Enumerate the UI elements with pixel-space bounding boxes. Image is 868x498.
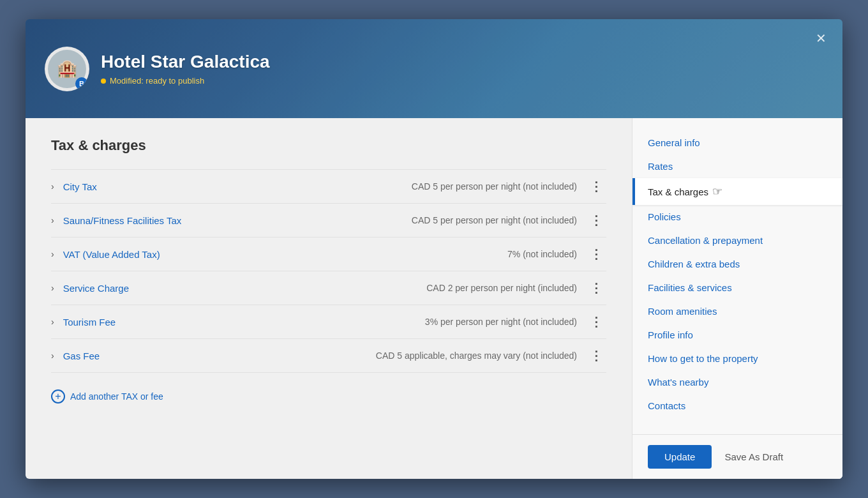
- chevron-icon[interactable]: ›: [51, 317, 54, 327]
- tax-item: › Sauna/Fitness Facilities Tax CAD 5 per…: [51, 204, 606, 238]
- chevron-icon[interactable]: ›: [51, 215, 54, 225]
- nav-item-contacts[interactable]: Contacts: [632, 394, 842, 418]
- main-content: Tax & charges › City Tax CAD 5 per perso…: [26, 118, 632, 479]
- nav-item-general-info[interactable]: General info: [632, 131, 842, 155]
- nav-item-tax-charges[interactable]: Tax & charges☞: [632, 178, 842, 205]
- tax-value: 7% (not included): [507, 249, 577, 259]
- more-options-button[interactable]: ⋮: [586, 280, 606, 296]
- nav-item-rates[interactable]: Rates: [632, 155, 842, 178]
- nav-label: Facilities & services: [648, 282, 732, 293]
- nav-item-children-extra-beds[interactable]: Children & extra beds: [632, 252, 842, 276]
- nav-label: Rates: [648, 161, 673, 172]
- tax-value: CAD 5 applicable, charges may vary (not …: [376, 351, 577, 361]
- page-title: Tax & charges: [51, 137, 606, 154]
- nav-label: What's nearby: [648, 377, 708, 388]
- tax-value: CAD 5 per person per night (not included…: [412, 181, 577, 192]
- header: 🏨 B Hotel Star Galactica Modified: ready…: [26, 19, 842, 118]
- tax-name[interactable]: City Tax: [63, 181, 412, 192]
- tax-item: › Gas Fee CAD 5 applicable, charges may …: [51, 339, 606, 373]
- more-options-button[interactable]: ⋮: [586, 348, 606, 363]
- hotel-badge: B: [75, 77, 88, 90]
- more-options-button[interactable]: ⋮: [586, 246, 606, 262]
- nav-item-facilities-services[interactable]: Facilities & services: [632, 276, 842, 299]
- status-dot: [101, 79, 106, 84]
- modal-body: 🏨 B Hotel Star Galactica Modified: ready…: [26, 19, 842, 479]
- modal-overlay: 🏨 B Hotel Star Galactica Modified: ready…: [26, 19, 842, 479]
- tax-item: › Tourism Fee 3% per person per night (n…: [51, 305, 606, 339]
- tax-name[interactable]: Sauna/Fitness Facilities Tax: [63, 215, 412, 226]
- more-options-button[interactable]: ⋮: [586, 314, 606, 329]
- nav-item-room-amenities[interactable]: Room amenities: [632, 299, 842, 323]
- add-icon: +: [51, 389, 65, 404]
- more-options-button[interactable]: ⋮: [586, 213, 606, 228]
- hotel-name: Hotel Star Galactica: [101, 52, 270, 72]
- footer-area: Update Save As Draft: [632, 434, 842, 479]
- add-tax-button[interactable]: + Add another TAX or fee: [51, 386, 163, 407]
- nav-label: Policies: [648, 211, 681, 222]
- save-draft-button[interactable]: Save As Draft: [719, 445, 788, 469]
- tax-item: › VAT (Value Added Tax) 7% (not included…: [51, 238, 606, 271]
- nav-label: Profile info: [648, 329, 693, 340]
- chevron-icon[interactable]: ›: [51, 283, 54, 293]
- nav-item-how-to-get-to-the-property[interactable]: How to get to the property: [632, 347, 842, 370]
- nav-item-what-s-nearby[interactable]: What's nearby: [632, 370, 842, 394]
- tax-value: CAD 2 per person per night (included): [426, 283, 577, 293]
- status-text: Modified: ready to publish: [110, 76, 204, 86]
- close-button[interactable]: ✕: [812, 29, 830, 47]
- nav-label: How to get to the property: [648, 353, 758, 364]
- nav-label: Room amenities: [648, 306, 717, 317]
- chevron-icon[interactable]: ›: [51, 181, 54, 192]
- nav-item-profile-info[interactable]: Profile info: [632, 323, 842, 347]
- nav-label: Cancellation & prepayment: [648, 235, 763, 246]
- nav-label: Contacts: [648, 400, 685, 411]
- chevron-icon[interactable]: ›: [51, 249, 54, 259]
- tax-value: CAD 5 per person per night (not included…: [412, 215, 577, 225]
- cursor-icon: ☞: [712, 185, 722, 199]
- nav-label: Tax & charges: [648, 186, 708, 197]
- more-options-button[interactable]: ⋮: [586, 179, 606, 194]
- nav-label: Children & extra beds: [648, 259, 740, 269]
- tax-item: › Service Charge CAD 2 per person per ni…: [51, 271, 606, 305]
- tax-list: › City Tax CAD 5 per person per night (n…: [51, 169, 606, 373]
- tax-name[interactable]: VAT (Value Added Tax): [63, 249, 507, 260]
- sidebar: General infoRatesTax & charges☞PoliciesC…: [632, 118, 842, 479]
- tax-value: 3% per person per night (not included): [425, 317, 577, 327]
- content-area: Tax & charges › City Tax CAD 5 per perso…: [26, 118, 842, 479]
- hotel-icon: 🏨: [57, 59, 77, 79]
- nav-items-container: General infoRatesTax & charges☞PoliciesC…: [632, 131, 842, 418]
- hotel-status: Modified: ready to publish: [101, 76, 270, 86]
- nav-item-policies[interactable]: Policies: [632, 205, 842, 229]
- hotel-logo: 🏨 B: [45, 47, 89, 91]
- nav-label: General info: [648, 137, 700, 148]
- tax-item: › City Tax CAD 5 per person per night (n…: [51, 169, 606, 204]
- nav-item-cancellation-prepayment[interactable]: Cancellation & prepayment: [632, 229, 842, 252]
- header-info: Hotel Star Galactica Modified: ready to …: [101, 52, 270, 86]
- update-button[interactable]: Update: [648, 445, 712, 469]
- tax-name[interactable]: Tourism Fee: [63, 317, 425, 328]
- tax-name[interactable]: Gas Fee: [63, 351, 376, 361]
- tax-name[interactable]: Service Charge: [63, 283, 427, 294]
- add-tax-label: Add another TAX or fee: [70, 391, 163, 402]
- chevron-icon[interactable]: ›: [51, 351, 54, 361]
